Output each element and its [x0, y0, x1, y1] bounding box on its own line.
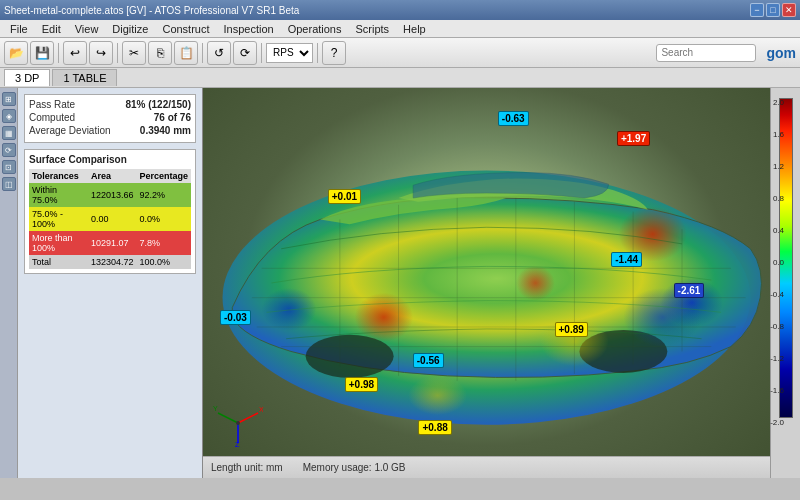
- scale-label-0: 2.0: [773, 98, 784, 107]
- cell-pct: 92.2%: [136, 183, 191, 207]
- annotation-a6: -0.03: [220, 310, 251, 325]
- info-panel: Pass Rate 81% (122/150) Computed 76 of 7…: [18, 88, 203, 478]
- titlebar-controls: − □ ✕: [750, 3, 796, 17]
- length-unit-label: Length unit: mm: [211, 462, 283, 473]
- annotation-a3: +0.01: [328, 189, 361, 204]
- scale-label-10: -2.0: [770, 418, 784, 427]
- svg-point-8: [262, 288, 317, 331]
- statusbar: Length unit: mm Memory usage: 1.0 GB: [203, 456, 770, 478]
- main-area: ⊞ ◈ ▦ ⟳ ⊡ ◫ Pass Rate 81% (122/150) Comp…: [0, 88, 800, 478]
- cell-area: 10291.07: [88, 231, 137, 255]
- annotation-a4: -1.44: [611, 252, 642, 267]
- svg-line-24: [218, 413, 238, 423]
- cell-area: 132304.72: [88, 255, 137, 269]
- surface-comparison-panel: Surface Comparison Tolerances Area Perce…: [24, 149, 196, 274]
- toolbar-sep1: [58, 43, 59, 63]
- minimize-button[interactable]: −: [750, 3, 764, 17]
- search-input[interactable]: [656, 44, 756, 62]
- menu-item-view[interactable]: View: [69, 21, 105, 37]
- menu-item-edit[interactable]: Edit: [36, 21, 67, 37]
- menu-item-construct[interactable]: Construct: [156, 21, 215, 37]
- scale-label-7: -0.8: [770, 322, 784, 331]
- menu-item-scripts[interactable]: Scripts: [349, 21, 395, 37]
- annotation-a2: +1.97: [617, 131, 650, 146]
- toolbar-sep3: [202, 43, 203, 63]
- toolbar-cut-btn[interactable]: ✂: [122, 41, 146, 65]
- cell-area: 122013.66: [88, 183, 137, 207]
- svg-point-4: [355, 293, 414, 342]
- sidebar-icon-1[interactable]: ⊞: [2, 92, 16, 106]
- sidebar-icon-3[interactable]: ▦: [2, 126, 16, 140]
- cell-pct: 100.0%: [136, 255, 191, 269]
- pass-rate-label: Pass Rate: [29, 99, 75, 110]
- surface-row-0: Within 75.0%122013.6692.2%: [29, 183, 191, 207]
- 3d-viewport[interactable]: -0.63+1.97+0.01-1.44-2.61-0.03+0.89-0.56…: [203, 88, 770, 478]
- toolbar: 📂 💾 ↩ ↪ ✂ ⎘ 📋 ↺ ⟳ RPS ? gom: [0, 38, 800, 68]
- menubar: FileEditViewDigitizeConstructInspectionO…: [0, 20, 800, 38]
- avg-dev-value: 0.3940 mm: [140, 125, 191, 136]
- scale-label-3: 0.8: [773, 194, 784, 203]
- toolbar-redo-btn[interactable]: ↪: [89, 41, 113, 65]
- surface-comparison-title: Surface Comparison: [29, 154, 191, 165]
- color-scale: 2.01.61.20.80.40.0-0.4-0.8-1.2-1.6-2.0: [770, 88, 800, 478]
- scale-label-1: 1.6: [773, 130, 784, 139]
- annotation-a10: +0.88: [418, 420, 451, 435]
- annotation-a7: +0.89: [555, 322, 588, 337]
- toolbar-refresh-btn[interactable]: ⟳: [233, 41, 257, 65]
- col-percentage: Percentage: [136, 169, 191, 183]
- memory-usage-label: Memory usage: 1.0 GB: [303, 462, 406, 473]
- cell-label: Within 75.0%: [29, 183, 88, 207]
- annotation-a5: -2.61: [674, 283, 705, 298]
- menu-item-help[interactable]: Help: [397, 21, 432, 37]
- cell-pct: 0.0%: [136, 207, 191, 231]
- svg-point-28: [236, 421, 240, 425]
- toolbar-undo-btn[interactable]: ↩: [63, 41, 87, 65]
- svg-point-10: [408, 376, 467, 415]
- surface-row-2: More than 100%10291.077.8%: [29, 231, 191, 255]
- sidebar-icon-2[interactable]: ◈: [2, 109, 16, 123]
- svg-line-22: [238, 413, 258, 423]
- menu-item-operations[interactable]: Operations: [282, 21, 348, 37]
- toolbar-save-btn[interactable]: 💾: [30, 41, 54, 65]
- scale-label-6: -0.4: [770, 290, 784, 299]
- toolbar-rotate-btn[interactable]: ↺: [207, 41, 231, 65]
- scale-label-5: 0.0: [773, 258, 784, 267]
- cell-pct: 7.8%: [136, 231, 191, 255]
- annotation-a1: -0.63: [498, 111, 529, 126]
- computed-label: Computed: [29, 112, 75, 123]
- titlebar-title: Sheet-metal-complete.atos [GV] - ATOS Pr…: [4, 5, 299, 16]
- stats-box: Pass Rate 81% (122/150) Computed 76 of 7…: [24, 94, 196, 143]
- toolbar-sep4: [261, 43, 262, 63]
- titlebar: Sheet-metal-complete.atos [GV] - ATOS Pr…: [0, 0, 800, 20]
- tab-table[interactable]: 1 TABLE: [52, 69, 117, 86]
- gom-logo: gom: [766, 45, 796, 61]
- svg-text:X: X: [259, 406, 263, 413]
- cell-label: More than 100%: [29, 231, 88, 255]
- col-area: Area: [88, 169, 137, 183]
- menu-item-file[interactable]: File: [4, 21, 34, 37]
- cell-label: 75.0% - 100%: [29, 207, 88, 231]
- svg-point-5: [516, 265, 555, 300]
- avg-dev-label: Average Deviation: [29, 125, 111, 136]
- menu-item-digitize[interactable]: Digitize: [106, 21, 154, 37]
- sidebar-icon-5[interactable]: ⊡: [2, 160, 16, 174]
- toolbar-open-btn[interactable]: 📂: [4, 41, 28, 65]
- toolbar-copy-btn[interactable]: ⎘: [148, 41, 172, 65]
- scale-label-2: 1.2: [773, 162, 784, 171]
- tab-3dp[interactable]: 3 DP: [4, 69, 50, 86]
- maximize-button[interactable]: □: [766, 3, 780, 17]
- close-button[interactable]: ✕: [782, 3, 796, 17]
- surface-row-3: Total132304.72100.0%: [29, 255, 191, 269]
- toolbar-paste-btn[interactable]: 📋: [174, 41, 198, 65]
- sidebar-icon-6[interactable]: ◫: [2, 177, 16, 191]
- menu-item-inspection[interactable]: Inspection: [218, 21, 280, 37]
- toolbar-sep5: [317, 43, 318, 63]
- axis-cross: X Y Z: [213, 398, 263, 448]
- tabs-bar: 3 DP 1 TABLE: [0, 68, 800, 88]
- cell-label: Total: [29, 255, 88, 269]
- annotation-a9: +0.98: [345, 377, 378, 392]
- rps-combo[interactable]: RPS: [266, 43, 313, 63]
- sidebar-icon-4[interactable]: ⟳: [2, 143, 16, 157]
- left-sidebar: ⊞ ◈ ▦ ⟳ ⊡ ◫: [0, 88, 18, 478]
- toolbar-help-btn[interactable]: ?: [322, 41, 346, 65]
